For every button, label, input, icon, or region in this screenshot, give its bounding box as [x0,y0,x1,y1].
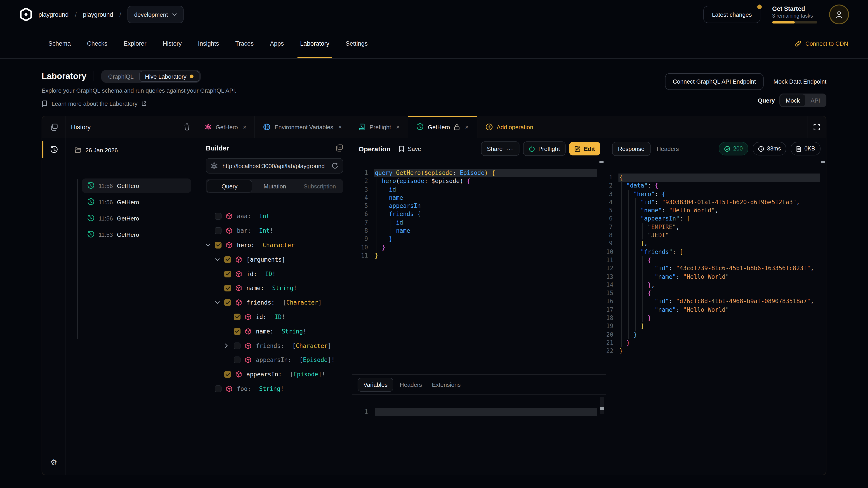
tree-row-name[interactable]: name: String! [197,324,352,339]
tree-row-name[interactable]: name: String! [197,281,352,295]
tree-row-foo[interactable]: foo: String! [197,382,352,396]
close-icon[interactable]: × [396,123,400,131]
connect-endpoint-button[interactable]: Connect GraphQL API Endpoint [665,73,764,90]
tree-row-arguments[interactable]: [arguments] [197,252,352,267]
nav-item-settings[interactable]: Settings [346,29,368,58]
close-icon[interactable]: × [243,123,246,131]
refresh-icon[interactable] [331,162,338,169]
history-item[interactable]: 11:56GetHero [82,211,191,225]
endpoint-url-input[interactable] [221,162,327,170]
trash-icon[interactable] [184,123,190,131]
tab-subscription[interactable]: Subscription [297,180,342,193]
nav-item-traces[interactable]: Traces [235,29,254,58]
chevron-down-icon[interactable] [215,300,220,305]
status-badge: 200 [719,142,748,156]
operation-tab-preflight[interactable]: Preflight× [350,116,408,138]
mode-hive-laboratory[interactable]: Hive Laboratory [139,71,199,82]
tree-row-hero[interactable]: hero: Character [197,238,352,252]
folder-open-icon [74,147,81,153]
field-checkbox[interactable] [234,342,241,349]
history-item[interactable]: 11:56GetHero [82,195,191,209]
close-icon[interactable]: × [338,123,342,131]
tree-row-bar[interactable]: bar: Int! [197,224,352,238]
operation-tab-gethero[interactable]: GetHero× [408,116,477,138]
history-item[interactable]: 11:56GetHero [82,178,191,193]
operation-tab-environment-variables[interactable]: Environment Variables× [255,116,350,138]
scrollbar-thumb[interactable] [600,407,604,410]
tab-query[interactable]: Query [207,180,252,193]
edit-button[interactable]: Edit [569,142,600,156]
close-icon[interactable]: × [465,123,469,131]
collapse-builder-icon[interactable] [336,144,343,152]
tree-row-appearsIn[interactable]: appearsIn: [Episode]! [197,367,352,382]
tree-row-appearsIn[interactable]: appearsIn: [Episode]! [197,353,352,367]
tree-row-id[interactable]: id: ID! [197,267,352,281]
hive-logo-icon[interactable] [20,8,32,21]
field-checkbox[interactable] [224,371,231,378]
field-checkbox[interactable] [224,285,231,292]
gear-icon[interactable]: ⚙ [42,453,66,471]
query-mode-mock[interactable]: Mock [780,94,805,106]
breadcrumb-project[interactable]: playground [83,11,113,18]
mock-endpoint-button[interactable]: Mock Data Endpoint [774,78,827,85]
nav-item-checks[interactable]: Checks [87,29,107,58]
response-viewer[interactable]: 1{2 "data": {3 "hero": {4 "id": "9303830… [606,160,826,355]
target-select[interactable]: development [127,6,184,23]
status-code: 200 [733,145,743,152]
variables-editor[interactable]: 1 [352,395,606,416]
collections-icon[interactable] [42,116,66,138]
field-checkbox[interactable] [215,227,221,234]
tab-mutation[interactable]: Mutation [252,180,298,193]
get-started-widget[interactable]: Get Started 3 remaining tasks [772,5,817,24]
share-button[interactable]: Share ··· [481,141,519,156]
learn-more-link[interactable]: Learn more about the Laboratory [41,100,147,107]
tab-response[interactable]: Response [612,142,650,156]
tab-response-headers[interactable]: Headers [653,145,682,152]
add-operation-button[interactable]: Add operation [477,116,541,138]
tab-extensions[interactable]: Extensions [428,381,464,388]
field-checkbox[interactable] [234,357,241,363]
connect-to-cdn-link[interactable]: Connect to CDN [795,29,868,58]
tree-row-id[interactable]: id: ID! [197,310,352,324]
field-checkbox[interactable] [224,270,231,277]
nav-item-schema[interactable]: Schema [49,29,71,58]
field-checkbox[interactable] [234,328,241,335]
chevron-down-icon[interactable] [215,257,220,262]
fullscreen-button[interactable] [807,116,826,138]
nav-item-explorer[interactable]: Explorer [124,29,147,58]
nav-item-history[interactable]: History [163,29,182,58]
tab-headers[interactable]: Headers [396,381,426,388]
operation-tab-gethero[interactable]: GetHero× [197,116,255,138]
edit-label: Edit [584,145,595,152]
sidebar-item-history[interactable] [42,140,66,160]
chevron-right-icon[interactable] [225,344,229,348]
latest-changes-button[interactable]: Latest changes [704,6,761,23]
tree-row-friends[interactable]: friends: [Character] [197,338,352,353]
scrollbar-track[interactable] [600,397,604,415]
breadcrumb-org[interactable]: playground [38,11,69,18]
nav-item-laboratory[interactable]: Laboratory [300,29,329,58]
nav-item-label: Laboratory [300,40,329,47]
tree-row-aaa[interactable]: aaa: Int [197,209,352,224]
history-item[interactable]: 11:53GetHero [82,227,191,242]
field-checkbox[interactable] [215,213,221,220]
history-date-group[interactable]: 26 Jan 2026 [74,147,197,154]
nav-item-insights[interactable]: Insights [198,29,219,58]
tree-row-friends[interactable]: friends: [Character] [197,295,352,310]
query-mode-api[interactable]: API [805,94,826,106]
chevron-down-icon[interactable] [206,243,210,248]
field-checkbox[interactable] [224,256,231,263]
field-name: friends: [256,342,284,349]
save-button[interactable]: Save [399,145,421,152]
preflight-button[interactable]: Preflight [523,141,565,156]
field-checkbox[interactable] [215,242,221,249]
field-checkbox[interactable] [234,314,241,320]
field-checkbox[interactable] [215,385,221,392]
field-type: Int [256,213,270,220]
field-checkbox[interactable] [224,299,231,306]
tab-variables[interactable]: Variables [358,378,393,392]
user-avatar[interactable] [829,4,849,24]
nav-item-apps[interactable]: Apps [270,29,284,58]
operation-editor[interactable]: 1query GetHero($episode: Episode) {2 her… [352,160,606,260]
mode-graphiql[interactable]: GraphiQL [103,71,139,81]
